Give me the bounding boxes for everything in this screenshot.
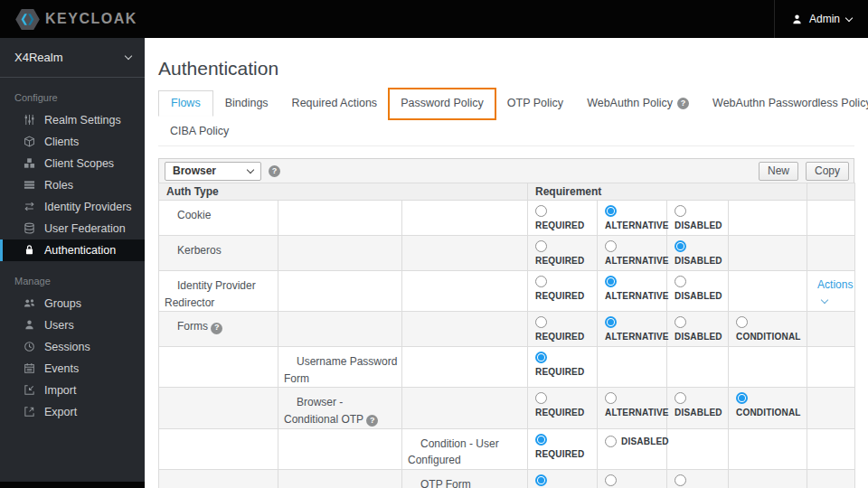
- tab-webauthn-passwordless-policy[interactable]: WebAuthn Passwordless Policy?: [701, 90, 868, 117]
- radio-conditional[interactable]: [736, 316, 748, 328]
- sidebar-item-events[interactable]: Events: [0, 358, 145, 380]
- radio-alternative[interactable]: [605, 205, 617, 217]
- radio-required[interactable]: [535, 316, 547, 328]
- requirement-label: REQUIRED: [535, 256, 584, 266]
- question-icon[interactable]: ?: [677, 98, 689, 109]
- sidebar-item-user-federation[interactable]: User Federation: [0, 218, 145, 239]
- sidebar-item-label: Events: [44, 362, 79, 375]
- question-icon[interactable]: ?: [211, 323, 222, 334]
- empty-cell: [278, 312, 402, 347]
- realm-selector[interactable]: X4Realm: [0, 38, 145, 78]
- actions-dropdown[interactable]: Actions: [808, 272, 854, 303]
- auth-type-header: Auth Type: [159, 183, 528, 201]
- auth-type-cell: OTP Form: [402, 469, 528, 488]
- sidebar-item-identity-providers[interactable]: Identity Providers: [0, 196, 145, 218]
- copy-button[interactable]: Copy: [806, 162, 849, 181]
- empty-cell: [729, 271, 807, 312]
- requirement-option-alternative: ALTERNATIVE: [605, 276, 666, 301]
- sidebar-item-label: Authentication: [44, 244, 116, 257]
- sidebar-item-roles[interactable]: Roles: [0, 174, 145, 196]
- requirement-cell: ALTERNATIVE: [598, 469, 667, 488]
- radio-required[interactable]: [535, 205, 547, 217]
- requirement-cell: DISABLED: [667, 236, 729, 271]
- tab-label: CIBA Policy: [170, 125, 229, 137]
- auth-type-name: Browser - Conditional OTP: [284, 396, 363, 426]
- requirement-cell: ALTERNATIVE: [598, 201, 667, 236]
- tab-webauthn-policy[interactable]: WebAuthn Policy?: [575, 90, 701, 117]
- sidebar-item-client-scopes[interactable]: Client Scopes: [0, 153, 145, 174]
- realm-name: X4Realm: [14, 51, 62, 64]
- keycloak-logo[interactable]: KEYCLOAK: [15, 8, 137, 31]
- sidebar-item-users[interactable]: Users: [0, 314, 145, 336]
- empty-cell: [278, 428, 402, 469]
- auth-type-name: Identity Provider Redirector: [165, 279, 256, 309]
- sidebar-footer: [0, 482, 145, 488]
- sidebar-item-realm-settings[interactable]: Realm Settings: [0, 109, 145, 131]
- admin-label: Admin: [809, 13, 840, 25]
- sidebar-item-clients[interactable]: Clients: [0, 131, 145, 153]
- radio-conditional[interactable]: [736, 392, 748, 404]
- tab-flows[interactable]: Flows: [158, 90, 213, 117]
- sidebar-item-groups[interactable]: Groups: [0, 293, 145, 314]
- radio-disabled[interactable]: [605, 436, 617, 447]
- radio-required[interactable]: [535, 352, 547, 363]
- radio-required[interactable]: [535, 434, 547, 446]
- radio-disabled[interactable]: [675, 240, 686, 252]
- flow-select[interactable]: Browser: [165, 162, 261, 181]
- sidebar-item-label: Realm Settings: [44, 114, 121, 127]
- radio-alternative[interactable]: [605, 240, 617, 252]
- new-button[interactable]: New: [759, 162, 798, 181]
- help-icon[interactable]: ?: [269, 165, 280, 177]
- tab-label: Bindings: [225, 97, 269, 109]
- main-content: Authentication FlowsBindingsRequired Act…: [145, 38, 868, 488]
- exchange-icon: [24, 201, 36, 213]
- radio-disabled[interactable]: [675, 205, 686, 217]
- requirement-option-required: REQUIRED: [535, 474, 597, 488]
- radio-alternative[interactable]: [605, 316, 617, 328]
- tab-bindings[interactable]: Bindings: [213, 90, 280, 117]
- radio-alternative[interactable]: [605, 392, 617, 404]
- admin-menu[interactable]: Admin: [774, 0, 852, 38]
- auth-type-name: Forms: [177, 320, 208, 333]
- requirement-cell: DISABLED: [667, 469, 729, 488]
- tab-password-policy[interactable]: Password Policy: [389, 90, 495, 117]
- requirement-cell: ALTERNATIVE: [598, 388, 667, 428]
- radio-alternative[interactable]: [605, 474, 617, 486]
- requirement-cell: ALTERNATIVE: [598, 312, 667, 347]
- sidebar-item-export[interactable]: Export: [0, 401, 145, 423]
- radio-disabled[interactable]: [675, 316, 686, 328]
- requirement-option-required: REQUIRED: [535, 276, 597, 301]
- tab-ciba-policy[interactable]: CIBA Policy: [158, 119, 241, 144]
- radio-disabled[interactable]: [675, 474, 686, 486]
- tab-otp-policy[interactable]: OTP Policy: [495, 90, 575, 117]
- chevron-down-icon: [821, 296, 828, 304]
- tab-required-actions[interactable]: Required Actions: [280, 90, 390, 117]
- requirement-label: REQUIRED: [535, 221, 584, 230]
- radio-required[interactable]: [535, 240, 547, 252]
- question-icon[interactable]: ?: [366, 415, 378, 427]
- radio-disabled[interactable]: [675, 276, 686, 287]
- tabs-block: FlowsBindingsRequired ActionsPassword Po…: [158, 90, 854, 146]
- requirement-cell: REQUIRED: [528, 347, 598, 388]
- requirement-option-disabled: DISABLED: [675, 474, 728, 488]
- radio-disabled[interactable]: [675, 392, 686, 404]
- requirement-option-required: REQUIRED: [535, 205, 597, 230]
- radio-required[interactable]: [535, 392, 547, 404]
- table-row: Username Password FormREQUIRED: [159, 347, 855, 388]
- radio-required[interactable]: [535, 474, 547, 486]
- requirement-label: DISABLED: [675, 256, 722, 266]
- empty-cell: [402, 271, 528, 312]
- requirement-label: ALTERNATIVE: [605, 256, 669, 266]
- tab-label: WebAuthn Policy: [587, 97, 673, 109]
- empty-cell: [729, 201, 807, 236]
- sidebar-item-authentication[interactable]: Authentication: [0, 239, 145, 261]
- auth-type-cell: Browser - Conditional OTP ?: [278, 388, 402, 428]
- sidebar-item-sessions[interactable]: Sessions: [0, 336, 145, 358]
- radio-alternative[interactable]: [605, 276, 617, 287]
- empty-cell: [729, 347, 807, 388]
- radio-required[interactable]: [535, 276, 547, 287]
- requirement-option-alternative: ALTERNATIVE: [605, 240, 666, 266]
- requirement-label: REQUIRED: [535, 367, 584, 377]
- requirement-label: DISABLED: [675, 221, 722, 230]
- sidebar-item-import[interactable]: Import: [0, 380, 145, 401]
